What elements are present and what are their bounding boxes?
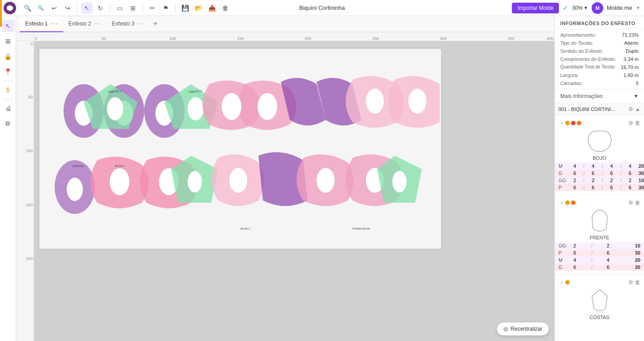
v-tick-0: 0 <box>30 42 33 46</box>
piece-bojo: ✓ ⚙ 🗑 BOJO <box>555 115 644 195</box>
table-row: GG2/2/2/210 <box>555 177 644 184</box>
delete-btn[interactable]: 🗑 <box>219 2 231 14</box>
table-row: GG2/210 <box>555 242 644 249</box>
svg-point-11 <box>188 97 204 120</box>
toolbar: 🔍 🔍 ↩ ↪ ↖ ↻ ▭ ⊞ ✂ ⚑ 💾 📂 📤 🗑 Biquini Cort… <box>0 0 644 16</box>
toolbar-right: Importar Molde ✓ 30% ▼ M Molde.me ▼ <box>512 2 640 14</box>
tab-enfesto2[interactable]: Enfesto 2 ⋯ <box>63 16 107 32</box>
table-row: P6/6/6/630 <box>555 184 644 191</box>
zoom-out-btn[interactable]: 🔍 <box>35 2 47 14</box>
costas-settings-btn[interactable]: ⚙ <box>628 279 633 286</box>
frente-label: FRENTE <box>555 235 644 242</box>
rect-btn[interactable]: ▭ <box>114 2 125 14</box>
flag-btn[interactable]: ⚑ <box>160 2 172 14</box>
svg-point-26 <box>392 171 407 192</box>
sep2 <box>110 4 110 13</box>
costas-delete-btn[interactable]: 🗑 <box>635 279 640 286</box>
svg-point-17 <box>67 178 83 201</box>
bojo-dot-yellow <box>565 121 570 125</box>
frente-settings-btn[interactable]: ⚙ <box>628 200 633 206</box>
tab-more-icon3[interactable]: ⋯ <box>137 19 144 28</box>
layers-btn[interactable]: ⊞ <box>127 2 139 14</box>
sidebar-pin-btn[interactable]: 📍 <box>2 65 14 78</box>
svg-point-12 <box>222 93 241 120</box>
h-tick-400: 400 <box>547 36 554 41</box>
bojo-dot-orange <box>577 121 581 125</box>
redo-btn[interactable]: ↪ <box>62 2 73 14</box>
table-row: P6/630 <box>555 249 644 256</box>
info-row-camadas: Camadas: 5 <box>555 79 644 87</box>
frente-dot-orange <box>571 200 575 205</box>
frente-dot-yellow <box>565 200 570 205</box>
frente-check-icon: ✓ <box>560 200 564 205</box>
tab-bar: Enfesto 1 ⋯ Enfesto 2 ⋯ Enfesto 3 ⋯ + <box>16 16 554 32</box>
info-table: Aproveitamento: 71.23% Tipo do Tecido: A… <box>555 29 644 89</box>
sidebar-settings-btn[interactable]: ⚙ <box>2 117 14 130</box>
tab-more-icon2[interactable]: ⋯ <box>94 19 101 28</box>
piece-list[interactable]: ✓ ⚙ 🗑 BOJO <box>555 115 644 341</box>
info-row-quantidade: Quantidade Total de Tecido: 16,70 m <box>555 63 644 71</box>
open-btn[interactable]: 📂 <box>193 2 204 14</box>
tab-enfesto1[interactable]: Enfesto 1 ⋯ <box>20 16 63 32</box>
target-icon: ◎ <box>503 326 508 332</box>
export-btn[interactable]: 📤 <box>206 2 218 14</box>
costas-shape <box>555 286 644 315</box>
piece-set-header: 001 - BIQUINI CORTINI... ⚙ ▲ <box>555 103 644 115</box>
canvas-scroll[interactable]: FRENTE 1 FRENTE 2 COSTAS BOJO 1 BOJO 2 F… <box>34 41 554 341</box>
refresh-btn[interactable]: ↻ <box>94 2 106 14</box>
cursor-btn[interactable]: ↖ <box>81 2 93 14</box>
chevron-down-icon: ▼ <box>584 5 588 10</box>
save-btn[interactable]: 💾 <box>179 2 191 14</box>
svg-point-22 <box>229 168 247 193</box>
h-tick-300: 300 <box>440 36 447 41</box>
piece-frente: ✓ ⚙ 🗑 FRENTE G <box>555 195 644 274</box>
sidebar-dollar-btn[interactable]: $ <box>2 84 14 96</box>
bojo-dot-red <box>571 121 575 125</box>
piece-costas-header: ✓ ⚙ 🗑 <box>555 278 644 286</box>
brand-label: Molde.me <box>607 4 632 11</box>
svg-point-13 <box>258 93 277 120</box>
add-tab-btn[interactable]: + <box>150 18 161 30</box>
main-layout: ↖ ⊞ 🔒 📍 $ 🖨 ⚙ Enfesto 1 ⋯ Enfesto 2 ⋯ En… <box>0 16 644 341</box>
import-button[interactable]: Importar Molde <box>512 3 559 13</box>
sidebar-layers-btn[interactable]: ⊞ <box>2 35 14 47</box>
sidebar-print-btn[interactable]: 🖨 <box>2 102 14 115</box>
yellow-indicator <box>0 16 2 27</box>
svg-text:BOJO 2: BOJO 2 <box>240 227 250 230</box>
costas-check-icon: ✓ <box>560 280 564 285</box>
undo-btn[interactable]: ↩ <box>48 2 60 14</box>
info-row-tecido: Tipo do Tecido: Aberto <box>555 39 644 47</box>
ruler-canvas-wrap: 0 50 100 150 200 250 300 350 400 <box>16 32 554 341</box>
panel-title: INFORMAÇÕES DO ENFESTO <box>555 16 644 29</box>
piece-set-collapse-btn[interactable]: ▲ <box>635 106 640 112</box>
costas-label: COSTAS <box>555 315 644 322</box>
tab-more-icon[interactable]: ⋯ <box>51 19 58 28</box>
bojo-settings-btn[interactable]: ⚙ <box>628 120 633 126</box>
tab-enfesto3[interactable]: Enfesto 3 ⋯ <box>106 16 150 32</box>
sidebar-lock-btn[interactable]: 🔒 <box>2 50 14 63</box>
sidebar-cursor-btn[interactable]: ↖ <box>2 20 14 32</box>
avatar[interactable]: M <box>592 2 603 14</box>
zoom-display: 30% ▼ <box>572 5 588 11</box>
bojo-check-icon: ✓ <box>560 121 564 126</box>
h-tick-50: 50 <box>102 36 106 41</box>
table-row: M4/420 <box>555 256 644 264</box>
canvas-area: Enfesto 1 ⋯ Enfesto 2 ⋯ Enfesto 3 ⋯ + <box>16 16 554 341</box>
v-tick-150: 150 <box>26 203 33 207</box>
recenter-btn[interactable]: ◎ Recentralizar <box>497 322 549 336</box>
svg-marker-0 <box>7 5 13 11</box>
sidebar-sep2 <box>4 99 13 99</box>
bojo-delete-btn[interactable]: 🗑 <box>635 120 640 126</box>
svg-text:COSTAS: COSTAS <box>73 165 83 167</box>
cut-btn[interactable]: ✂ <box>146 2 158 14</box>
left-sidebar: ↖ ⊞ 🔒 📍 $ 🖨 ⚙ <box>0 16 16 341</box>
frente-delete-btn[interactable]: 🗑 <box>635 200 640 206</box>
piece-set-settings-btn[interactable]: ⚙ <box>628 106 633 112</box>
chevron-down-icon-brand: ▼ <box>636 5 640 10</box>
svg-point-23 <box>317 168 335 193</box>
zoom-in-btn[interactable]: 🔍 <box>21 2 33 14</box>
h-tick-250: 250 <box>372 36 379 41</box>
mais-info-row[interactable]: Mais Informações ▼ <box>555 89 644 103</box>
fabric-canvas[interactable]: FRENTE 1 FRENTE 2 COSTAS BOJO 1 BOJO 2 F… <box>39 48 442 249</box>
table-row: G6/630 <box>555 264 644 271</box>
